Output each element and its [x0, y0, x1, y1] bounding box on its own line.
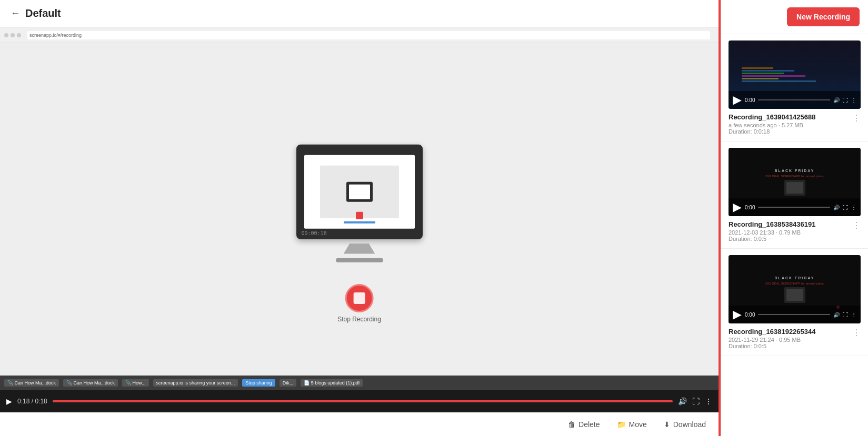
thumb-vol-2[interactable]: 🔊 [833, 205, 840, 210]
mini-monitor-screen [349, 185, 370, 199]
page-title: Default [25, 7, 61, 19]
monitor-stand [344, 244, 375, 254]
recording-duration-1: Duration: 0:0:18 [729, 128, 816, 135]
thumb-overlay-1: ▶ 0:00 🔊 ⛶ ⋮ [729, 40, 861, 109]
back-button[interactable]: ← [11, 8, 20, 19]
recording-name-2: Recording_1638538436191 [729, 220, 816, 228]
thumb-vol-1[interactable]: 🔊 [833, 97, 840, 103]
taskbar-item-4: screenapp.io is sharing your screen... [153, 379, 238, 387]
monitor-screen [304, 155, 415, 229]
video-controls: ▶ 0:18 / 0:18 🔊 ⛶ ⋮ [0, 390, 719, 412]
more-menu-2[interactable]: ⋮ [852, 220, 861, 230]
recording-name-1: Recording_1639041425688 [729, 113, 816, 121]
taskbar-item-3[interactable]: 📎 How... [122, 379, 149, 387]
recording-info-1: Recording_1639041425688 a few seconds ag… [729, 113, 861, 135]
video-wrapper: screenapp.io/#/recording [0, 27, 719, 390]
delete-button[interactable]: 🗑 Delete [568, 420, 600, 429]
recording-meta-2: 2021-12-03 21:33 · 0.79 MB [729, 229, 816, 236]
browser-url: screenapp.io/#/recording [27, 31, 710, 39]
more-menu-3[interactable]: ⋮ [852, 328, 861, 338]
thumb-time-1: 0:00 [745, 97, 755, 103]
trash-icon: 🗑 [568, 420, 575, 429]
more-options-button[interactable]: ⋮ [705, 397, 712, 405]
monitor-body: 00:00:18 [296, 145, 423, 239]
main-header: ← Default [0, 0, 719, 27]
red-square-indicator [356, 212, 363, 219]
browser-content: 00:00:18 Stop Recording [0, 43, 719, 376]
fullscreen-button[interactable]: ⛶ [692, 397, 700, 405]
browser-screenshot: screenapp.io/#/recording [0, 27, 719, 390]
thumb-full-3[interactable]: ⛶ [843, 312, 848, 318]
browser-dot-1 [4, 33, 8, 37]
recording-info-3: Recording_1638192265344 2021-11-29 21:24… [729, 328, 861, 349]
thumb-time-2: 0:00 [745, 205, 755, 210]
download-label: Download [673, 420, 706, 429]
recording-meta-3: 2021-11-29 21:24 · 0.95 MB [729, 337, 816, 343]
thumb-controls-3: ▶ 0:00 🔊 ⛶ ⋮ [729, 306, 861, 323]
recording-thumbnail-2: BLACK FRIDAY BIG DEAL SCREENAPP for annu… [729, 148, 861, 216]
thumb-more-2[interactable]: ⋮ [851, 205, 856, 210]
stop-icon [354, 292, 365, 304]
blue-bar-indicator [344, 221, 375, 224]
move-label: Move [629, 420, 647, 429]
thumb-full-1[interactable]: ⛶ [843, 97, 848, 103]
download-icon: ⬇ [664, 420, 670, 429]
thumb-progress-1[interactable] [758, 99, 830, 100]
recording-item-2[interactable]: BLACK FRIDAY BIG DEAL SCREENAPP for annu… [721, 141, 868, 249]
taskbar-item-2[interactable]: 📎 Can How Ma...dock [63, 379, 118, 387]
stop-label: Stop Recording [337, 316, 381, 323]
monitor-base [336, 258, 383, 262]
thumb-vol-3[interactable]: 🔊 [833, 312, 840, 318]
bottom-taskbar: 📎 Can How Ma...dock 📎 Can How Ma...dock … [0, 376, 719, 390]
progress-fill [53, 400, 673, 402]
video-time: 0:18 / 0:18 [17, 398, 47, 405]
footer-actions: 🗑 Delete 📁 Move ⬇ Download [0, 412, 719, 436]
recording-name-3: Recording_1638192265344 [729, 328, 816, 336]
delete-label: Delete [578, 420, 600, 429]
recording-info-2: Recording_1638538436191 2021-12-03 21:33… [729, 220, 861, 242]
taskbar-item-1[interactable]: 📎 Can How Ma...dock [4, 379, 59, 387]
taskbar-item-5[interactable]: Dik... [280, 379, 297, 387]
time-overlay: 00:00:18 [302, 230, 327, 236]
monitor-inner [320, 166, 399, 218]
move-icon: 📁 [617, 420, 626, 429]
recording-duration-2: Duration: 0:0:5 [729, 236, 816, 242]
thumb-controls-1: ▶ 0:00 🔊 ⛶ ⋮ [729, 91, 861, 109]
thumb-overlay-3: ▶ 0:00 🔊 ⛶ ⋮ [729, 255, 861, 323]
thumb-full-2[interactable]: ⛶ [843, 205, 848, 210]
monitor-graphic: 00:00:18 [296, 145, 423, 262]
thumb-time-3: 0:00 [745, 312, 755, 318]
thumb-progress-2[interactable] [758, 207, 830, 208]
thumb-more-1[interactable]: ⋮ [851, 97, 856, 103]
browser-dot-3 [17, 33, 21, 37]
thumb-play-1[interactable]: ▶ [733, 93, 742, 107]
thumb-overlay-2: ▶ 0:00 🔊 ⛶ ⋮ [729, 148, 861, 216]
new-recording-button[interactable]: New Recording [787, 7, 860, 26]
thumb-more-3[interactable]: ⋮ [851, 312, 856, 318]
sidebar: New Recording [721, 0, 868, 436]
taskbar-item-6[interactable]: 📄 5 blogs updated (1).pdf [301, 379, 363, 387]
volume-button[interactable]: 🔊 [678, 397, 687, 405]
progress-bar[interactable] [53, 400, 673, 402]
thumb-progress-3[interactable] [758, 314, 830, 315]
taskbar-stop-sharing[interactable]: Stop sharing [242, 379, 275, 387]
recording-item-3[interactable]: BLACK FRIDAY BIG DEAL SCREENAPP for annu… [721, 249, 868, 356]
more-menu-1[interactable]: ⋮ [852, 113, 861, 123]
move-button[interactable]: 📁 Move [617, 420, 647, 429]
thumb-play-3[interactable]: ▶ [733, 308, 742, 321]
browser-bar: screenapp.io/#/recording [0, 27, 719, 43]
browser-dot-2 [11, 33, 15, 37]
main-panel: ← Default screenapp.io/#/recording [0, 0, 719, 436]
stop-recording-area: Stop Recording [337, 284, 381, 323]
thumb-play-2[interactable]: ▶ [733, 200, 742, 214]
recording-meta-1: a few seconds ago · 5.27 MB [729, 122, 816, 128]
recording-item[interactable]: ▶ 0:00 🔊 ⛶ ⋮ Recording_1639041425688 a f… [721, 34, 868, 141]
stop-recording-button[interactable] [345, 284, 374, 312]
download-button[interactable]: ⬇ Download [664, 420, 706, 429]
recording-thumbnail-3: BLACK FRIDAY BIG DEAL SCREENAPP for annu… [729, 255, 861, 323]
play-button[interactable]: ▶ [6, 397, 12, 405]
sidebar-header: New Recording [721, 0, 868, 34]
recording-thumbnail-1: ▶ 0:00 🔊 ⛶ ⋮ [729, 40, 861, 109]
recording-duration-3: Duration: 0:0:5 [729, 343, 816, 349]
mini-monitor [346, 182, 373, 202]
